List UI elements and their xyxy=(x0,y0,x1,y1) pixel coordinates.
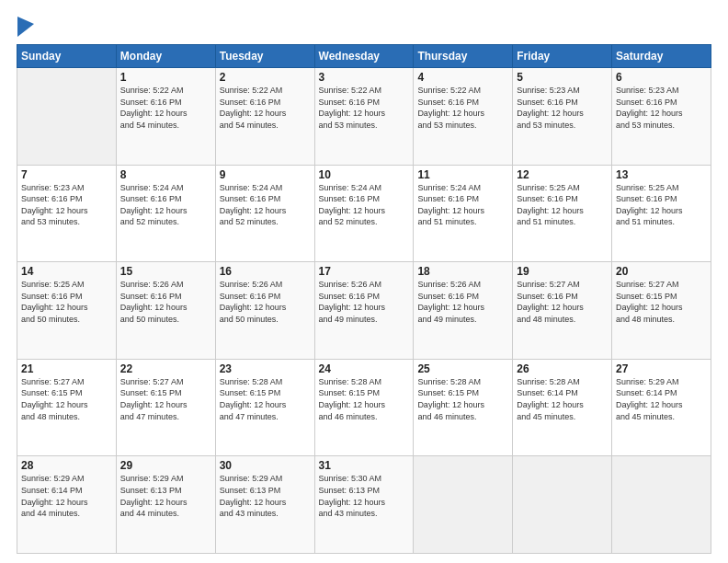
day-info: Sunrise: 5:25 AM Sunset: 6:16 PM Dayligh… xyxy=(21,279,112,325)
day-number: 19 xyxy=(517,265,608,278)
calendar: SundayMondayTuesdayWednesdayThursdayFrid… xyxy=(17,44,711,554)
day-info: Sunrise: 5:24 AM Sunset: 6:16 PM Dayligh… xyxy=(417,182,508,228)
day-info: Sunrise: 5:23 AM Sunset: 6:16 PM Dayligh… xyxy=(517,85,608,131)
calendar-cell: 14Sunrise: 5:25 AM Sunset: 6:16 PM Dayli… xyxy=(17,262,117,360)
day-number: 4 xyxy=(417,71,508,84)
day-number: 28 xyxy=(21,459,112,472)
calendar-header-thursday: Thursday xyxy=(414,45,513,68)
calendar-cell: 24Sunrise: 5:28 AM Sunset: 6:15 PM Dayli… xyxy=(314,359,414,456)
day-number: 22 xyxy=(120,362,211,375)
calendar-cell: 20Sunrise: 5:27 AM Sunset: 6:15 PM Dayli… xyxy=(612,262,711,360)
calendar-cell: 10Sunrise: 5:24 AM Sunset: 6:16 PM Dayli… xyxy=(314,165,414,262)
calendar-week-1: 1Sunrise: 5:22 AM Sunset: 6:16 PM Daylig… xyxy=(17,68,711,166)
day-info: Sunrise: 5:23 AM Sunset: 6:16 PM Dayligh… xyxy=(616,85,707,131)
day-info: Sunrise: 5:28 AM Sunset: 6:15 PM Dayligh… xyxy=(220,376,311,422)
day-number: 13 xyxy=(616,168,707,181)
calendar-cell: 27Sunrise: 5:29 AM Sunset: 6:14 PM Dayli… xyxy=(612,359,711,456)
day-number: 11 xyxy=(417,168,508,181)
day-number: 15 xyxy=(120,265,211,278)
day-number: 24 xyxy=(319,362,410,375)
day-number: 9 xyxy=(220,168,311,181)
day-number: 31 xyxy=(319,459,410,472)
day-info: Sunrise: 5:22 AM Sunset: 6:16 PM Dayligh… xyxy=(120,85,211,131)
day-number: 25 xyxy=(417,362,508,375)
day-info: Sunrise: 5:26 AM Sunset: 6:16 PM Dayligh… xyxy=(120,279,211,325)
calendar-cell: 6Sunrise: 5:23 AM Sunset: 6:16 PM Daylig… xyxy=(612,68,711,166)
calendar-cell: 22Sunrise: 5:27 AM Sunset: 6:15 PM Dayli… xyxy=(116,359,215,456)
calendar-cell: 29Sunrise: 5:29 AM Sunset: 6:13 PM Dayli… xyxy=(116,456,215,554)
day-info: Sunrise: 5:26 AM Sunset: 6:16 PM Dayligh… xyxy=(417,279,508,325)
day-number: 1 xyxy=(120,71,211,84)
day-info: Sunrise: 5:27 AM Sunset: 6:15 PM Dayligh… xyxy=(120,376,211,422)
calendar-cell: 18Sunrise: 5:26 AM Sunset: 6:16 PM Dayli… xyxy=(414,262,513,360)
calendar-cell: 4Sunrise: 5:22 AM Sunset: 6:16 PM Daylig… xyxy=(414,68,513,166)
calendar-week-2: 7Sunrise: 5:23 AM Sunset: 6:16 PM Daylig… xyxy=(17,165,711,262)
calendar-cell: 11Sunrise: 5:24 AM Sunset: 6:16 PM Dayli… xyxy=(414,165,513,262)
day-number: 26 xyxy=(517,362,608,375)
header xyxy=(17,17,711,37)
calendar-cell: 5Sunrise: 5:23 AM Sunset: 6:16 PM Daylig… xyxy=(513,68,612,166)
day-info: Sunrise: 5:29 AM Sunset: 6:14 PM Dayligh… xyxy=(616,376,707,422)
calendar-header-friday: Friday xyxy=(513,45,612,68)
calendar-header-sunday: Sunday xyxy=(17,45,117,68)
day-number: 3 xyxy=(319,71,410,84)
calendar-header-monday: Monday xyxy=(116,45,215,68)
day-info: Sunrise: 5:29 AM Sunset: 6:13 PM Dayligh… xyxy=(220,473,311,519)
day-info: Sunrise: 5:29 AM Sunset: 6:14 PM Dayligh… xyxy=(21,473,112,519)
day-info: Sunrise: 5:29 AM Sunset: 6:13 PM Dayligh… xyxy=(120,473,211,519)
day-number: 14 xyxy=(21,265,112,278)
calendar-header-saturday: Saturday xyxy=(612,45,711,68)
calendar-cell: 3Sunrise: 5:22 AM Sunset: 6:16 PM Daylig… xyxy=(314,68,414,166)
calendar-week-3: 14Sunrise: 5:25 AM Sunset: 6:16 PM Dayli… xyxy=(17,262,711,360)
calendar-header-wednesday: Wednesday xyxy=(314,45,414,68)
day-number: 17 xyxy=(319,265,410,278)
calendar-week-4: 21Sunrise: 5:27 AM Sunset: 6:15 PM Dayli… xyxy=(17,359,711,456)
day-info: Sunrise: 5:23 AM Sunset: 6:16 PM Dayligh… xyxy=(21,182,112,228)
page: SundayMondayTuesdayWednesdayThursdayFrid… xyxy=(0,0,728,563)
day-info: Sunrise: 5:27 AM Sunset: 6:16 PM Dayligh… xyxy=(517,279,608,325)
day-info: Sunrise: 5:30 AM Sunset: 6:13 PM Dayligh… xyxy=(319,473,410,519)
calendar-cell: 2Sunrise: 5:22 AM Sunset: 6:16 PM Daylig… xyxy=(215,68,314,166)
day-number: 12 xyxy=(517,168,608,181)
day-info: Sunrise: 5:28 AM Sunset: 6:14 PM Dayligh… xyxy=(517,376,608,422)
day-number: 29 xyxy=(120,459,211,472)
calendar-cell: 28Sunrise: 5:29 AM Sunset: 6:14 PM Dayli… xyxy=(17,456,117,554)
day-info: Sunrise: 5:28 AM Sunset: 6:15 PM Dayligh… xyxy=(417,376,508,422)
day-number: 6 xyxy=(616,71,707,84)
day-number: 10 xyxy=(319,168,410,181)
calendar-cell: 9Sunrise: 5:24 AM Sunset: 6:16 PM Daylig… xyxy=(215,165,314,262)
calendar-cell: 26Sunrise: 5:28 AM Sunset: 6:14 PM Dayli… xyxy=(513,359,612,456)
day-number: 30 xyxy=(220,459,311,472)
day-info: Sunrise: 5:25 AM Sunset: 6:16 PM Dayligh… xyxy=(616,182,707,228)
calendar-cell: 15Sunrise: 5:26 AM Sunset: 6:16 PM Dayli… xyxy=(116,262,215,360)
day-number: 16 xyxy=(220,265,311,278)
calendar-cell: 16Sunrise: 5:26 AM Sunset: 6:16 PM Dayli… xyxy=(215,262,314,360)
calendar-header-row: SundayMondayTuesdayWednesdayThursdayFrid… xyxy=(17,45,711,68)
calendar-cell xyxy=(17,68,117,166)
day-info: Sunrise: 5:24 AM Sunset: 6:16 PM Dayligh… xyxy=(319,182,410,228)
calendar-cell: 23Sunrise: 5:28 AM Sunset: 6:15 PM Dayli… xyxy=(215,359,314,456)
day-number: 2 xyxy=(220,71,311,84)
day-number: 8 xyxy=(120,168,211,181)
day-info: Sunrise: 5:27 AM Sunset: 6:15 PM Dayligh… xyxy=(616,279,707,325)
calendar-cell: 12Sunrise: 5:25 AM Sunset: 6:16 PM Dayli… xyxy=(513,165,612,262)
calendar-cell: 13Sunrise: 5:25 AM Sunset: 6:16 PM Dayli… xyxy=(612,165,711,262)
calendar-cell: 1Sunrise: 5:22 AM Sunset: 6:16 PM Daylig… xyxy=(116,68,215,166)
calendar-cell: 31Sunrise: 5:30 AM Sunset: 6:13 PM Dayli… xyxy=(314,456,414,554)
day-number: 20 xyxy=(616,265,707,278)
day-number: 18 xyxy=(417,265,508,278)
day-info: Sunrise: 5:25 AM Sunset: 6:16 PM Dayligh… xyxy=(517,182,608,228)
svg-marker-0 xyxy=(17,17,34,37)
day-number: 23 xyxy=(220,362,311,375)
day-info: Sunrise: 5:24 AM Sunset: 6:16 PM Dayligh… xyxy=(220,182,311,228)
day-info: Sunrise: 5:22 AM Sunset: 6:16 PM Dayligh… xyxy=(220,85,311,131)
day-number: 7 xyxy=(21,168,112,181)
day-info: Sunrise: 5:24 AM Sunset: 6:16 PM Dayligh… xyxy=(120,182,211,228)
day-info: Sunrise: 5:28 AM Sunset: 6:15 PM Dayligh… xyxy=(319,376,410,422)
calendar-week-5: 28Sunrise: 5:29 AM Sunset: 6:14 PM Dayli… xyxy=(17,456,711,554)
day-info: Sunrise: 5:22 AM Sunset: 6:16 PM Dayligh… xyxy=(417,85,508,131)
day-info: Sunrise: 5:26 AM Sunset: 6:16 PM Dayligh… xyxy=(220,279,311,325)
calendar-header-tuesday: Tuesday xyxy=(215,45,314,68)
day-info: Sunrise: 5:27 AM Sunset: 6:15 PM Dayligh… xyxy=(21,376,112,422)
day-number: 27 xyxy=(616,362,707,375)
